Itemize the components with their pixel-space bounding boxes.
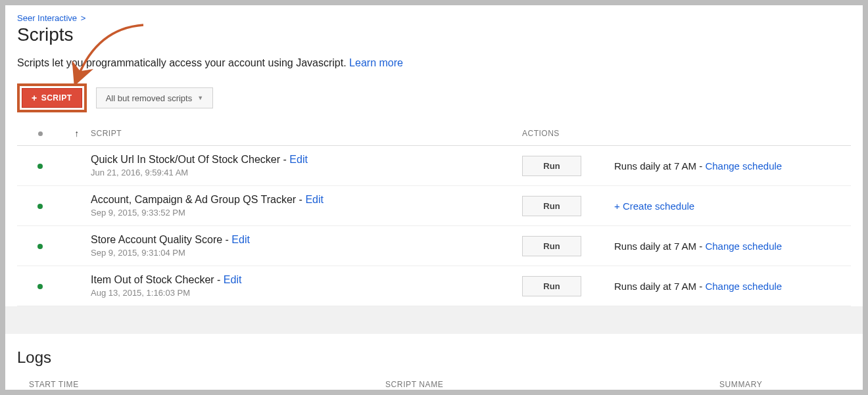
table-footer-bar xyxy=(5,306,863,334)
status-enabled-icon xyxy=(37,164,43,169)
table-row: Store Account Quality Score - Edit Sep 9… xyxy=(17,226,851,266)
table-row: Item Out of Stock Checker - Edit Aug 13,… xyxy=(17,266,851,306)
schedule-link[interactable]: Change schedule xyxy=(705,241,782,252)
script-name: Account, Campaign & Ad Group QS Tracker … xyxy=(91,194,522,206)
col-script-header[interactable]: SCRIPT xyxy=(91,129,522,138)
table-row: Account, Campaign & Ad Group QS Tracker … xyxy=(17,186,851,226)
learn-more-link[interactable]: Learn more xyxy=(349,57,403,68)
breadcrumb[interactable]: Seer Interactive > xyxy=(17,13,851,23)
scripts-table: ↑ SCRIPT ACTIONS Quick Url In Stock/Out … xyxy=(17,122,851,306)
plus-icon: + xyxy=(32,93,37,103)
edit-link[interactable]: Edit xyxy=(305,194,324,205)
filter-dropdown[interactable]: All but removed scripts ▼ xyxy=(96,87,213,108)
script-date: Sep 9, 2015, 9:33:52 PM xyxy=(91,208,522,218)
create-schedule-link[interactable]: + Create schedule xyxy=(614,200,694,212)
arrow-up-icon: ↑ xyxy=(74,128,80,139)
edit-link[interactable]: Edit xyxy=(289,154,308,165)
edit-link[interactable]: Edit xyxy=(231,234,250,245)
new-script-button[interactable]: + SCRIPT xyxy=(22,88,82,108)
logs-title: Logs xyxy=(17,348,851,367)
schedule-cell: + Create schedule xyxy=(614,200,851,212)
highlight-annotation: + SCRIPT xyxy=(17,83,87,112)
logs-col-name[interactable]: SCRIPT NAME xyxy=(385,380,719,389)
script-date: Aug 13, 2015, 1:16:03 PM xyxy=(91,288,522,298)
status-enabled-icon xyxy=(37,284,43,289)
logs-col-summary[interactable]: SUMMARY xyxy=(719,380,851,389)
status-enabled-icon xyxy=(37,244,43,249)
col-sort-header[interactable]: ↑ xyxy=(63,128,91,139)
filter-label: All but removed scripts xyxy=(106,93,193,103)
page-title: Scripts xyxy=(17,24,851,45)
logs-col-start[interactable]: START TIME xyxy=(17,380,385,389)
edit-link[interactable]: Edit xyxy=(224,274,242,285)
new-script-label: SCRIPT xyxy=(41,93,72,103)
run-button[interactable]: Run xyxy=(522,236,581,256)
run-button[interactable]: Run xyxy=(522,196,581,216)
script-date: Jun 21, 2016, 9:59:41 AM xyxy=(91,168,522,177)
script-name: Store Account Quality Score - Edit xyxy=(91,234,522,246)
page-description: Scripts let you programmatically access … xyxy=(17,57,851,69)
breadcrumb-account[interactable]: Seer Interactive xyxy=(17,13,77,23)
schedule-cell: Runs daily at 7 AM - Change schedule xyxy=(614,160,851,172)
schedule-cell: Runs daily at 7 AM - Change schedule xyxy=(614,241,851,252)
table-row: Quick Url In Stock/Out Of Stock Checker … xyxy=(17,146,851,186)
script-name: Quick Url In Stock/Out Of Stock Checker … xyxy=(91,154,522,166)
run-button[interactable]: Run xyxy=(522,156,581,176)
script-date: Sep 9, 2015, 9:31:04 PM xyxy=(91,248,522,258)
status-dot-icon xyxy=(38,131,43,136)
script-name: Item Out of Stock Checker - Edit xyxy=(91,274,522,286)
schedule-link[interactable]: Change schedule xyxy=(705,160,782,172)
col-status-header[interactable] xyxy=(17,129,63,138)
schedule-cell: Runs daily at 7 AM - Change schedule xyxy=(614,281,851,292)
run-button[interactable]: Run xyxy=(522,276,581,296)
breadcrumb-sep: > xyxy=(81,13,86,23)
logs-header-row: START TIME SCRIPT NAME SUMMARY xyxy=(17,380,851,390)
col-actions-header: ACTIONS xyxy=(522,129,614,138)
chevron-down-icon: ▼ xyxy=(197,95,203,101)
table-header-row: ↑ SCRIPT ACTIONS xyxy=(17,122,851,146)
status-enabled-icon xyxy=(37,204,43,209)
schedule-link[interactable]: Change schedule xyxy=(705,281,782,292)
